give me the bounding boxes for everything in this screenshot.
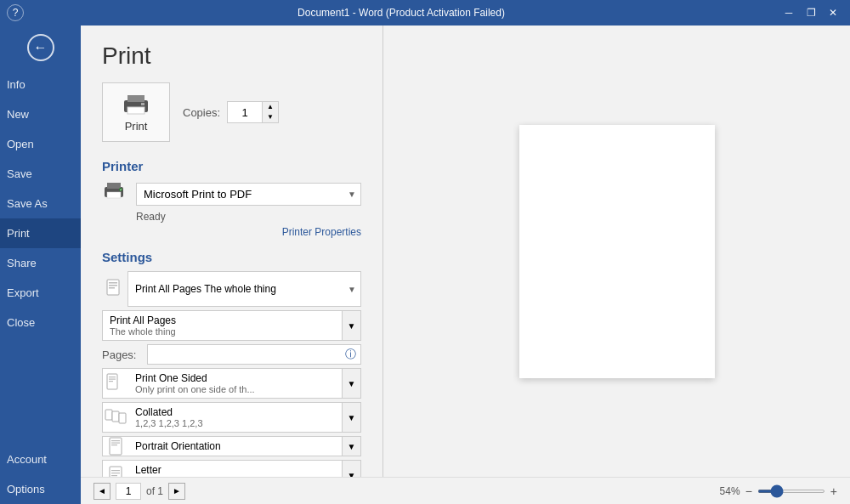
sidebar-item-new[interactable]: New [0, 99, 81, 129]
back-icon: ← [27, 34, 54, 61]
svg-rect-26 [111, 475, 117, 476]
svg-rect-1 [128, 95, 144, 102]
orientation-icon [109, 437, 122, 456]
paper-dropdown-btn[interactable]: ▼ [342, 461, 360, 477]
print-button-area: Print Copies: ▲ ▼ [102, 82, 361, 142]
sides-icon [106, 373, 125, 394]
sidebar-item-print[interactable]: Print [0, 218, 81, 248]
minimize-button[interactable]: ─ [779, 3, 799, 23]
svg-rect-2 [128, 107, 144, 114]
orientation-dropdown-btn[interactable]: ▼ [342, 437, 360, 456]
setting-row-print-range: Print All Pages The whole thing ▼ [102, 271, 361, 307]
paper-icon [109, 466, 122, 477]
svg-rect-6 [107, 192, 121, 198]
svg-rect-16 [105, 410, 112, 420]
copies-decrement[interactable]: ▼ [263, 112, 278, 122]
sidebar-item-save-as[interactable]: Save As [0, 189, 81, 218]
svg-rect-9 [109, 282, 117, 284]
printer-status: Ready [136, 211, 361, 223]
pages-info-icon[interactable]: ⓘ [345, 347, 356, 362]
svg-rect-22 [111, 445, 117, 445]
svg-rect-14 [109, 379, 116, 380]
close-window-button[interactable]: ✕ [823, 3, 843, 23]
svg-rect-13 [109, 377, 116, 377]
prev-page-button[interactable]: ◄ [94, 483, 110, 500]
next-page-button[interactable]: ► [168, 483, 185, 500]
collate-line1: Collated [135, 406, 335, 418]
printer-properties-link[interactable]: Printer Properties [102, 226, 361, 238]
paper-dropdown[interactable]: Letter 21,59 cm x 27,94 cm ▼ [102, 460, 361, 477]
sidebar-item-open[interactable]: Open [0, 129, 81, 159]
printer-row: Microsoft Print to PDF ▼ [102, 180, 361, 207]
preview-area [383, 25, 850, 477]
print-button[interactable]: Print [102, 82, 170, 142]
orientation-dropdown[interactable]: Portrait Orientation ▼ [102, 436, 361, 456]
paper-line2: 21,59 cm x 27,94 cm [135, 476, 335, 477]
copies-input-wrap: ▲ ▼ [227, 101, 279, 123]
sides-line2: Only print on one side of th... [135, 384, 335, 394]
svg-rect-17 [112, 411, 119, 422]
collate-dropdown-btn[interactable]: ▼ [342, 403, 360, 432]
printer-select-wrap: Microsoft Print to PDF ▼ [136, 183, 361, 206]
sidebar-item-info[interactable]: Info [0, 70, 81, 99]
svg-rect-5 [107, 183, 121, 189]
print-range-select-wrap: Print All Pages The whole thing ▼ [128, 271, 361, 307]
pages-label: Pages: [102, 348, 140, 361]
page-preview [519, 125, 715, 378]
copies-area: Copies: ▲ ▼ [183, 101, 279, 123]
printer-icon-wrap [102, 180, 129, 207]
zoom-area: 54% − + [720, 484, 837, 498]
sides-line1: Print One Sided [135, 372, 335, 384]
help-button[interactable]: ? [7, 4, 24, 21]
zoom-slider[interactable] [757, 490, 825, 493]
sidebar-item-account[interactable]: Account [0, 445, 81, 474]
print-range-dropdown[interactable]: Print All Pages The whole thing ▼ [102, 310, 361, 341]
page-number-input[interactable] [116, 483, 141, 500]
copies-increment[interactable]: ▲ [263, 102, 278, 112]
pages-input[interactable] [147, 344, 361, 365]
svg-rect-24 [111, 470, 120, 471]
collate-icon [105, 407, 127, 428]
collate-line2: 1,2,3 1,2,3 1,2,3 [135, 418, 335, 428]
main-area: ← Info New Open Save Save As Print Share… [0, 25, 850, 504]
svg-rect-18 [119, 413, 126, 423]
sidebar-item-save[interactable]: Save [0, 159, 81, 189]
print-range-select[interactable]: Print All Pages The whole thing [128, 271, 361, 307]
content-area: Print Print Copies: [81, 25, 850, 504]
settings-panel: Print Print Copies: [81, 25, 382, 477]
restore-button[interactable]: ❐ [801, 3, 821, 23]
sidebar-item-share[interactable]: Share [0, 248, 81, 278]
collate-dropdown[interactable]: Collated 1,2,3 1,2,3 1,2,3 ▼ [102, 402, 361, 433]
print-button-label: Print [125, 120, 148, 133]
sidebar-item-export[interactable]: Export [0, 278, 81, 308]
titlebar: ? Document1 - Word (Product Activation F… [0, 0, 850, 25]
paper-line1: Letter [135, 464, 335, 476]
print-range-dropdown-btn[interactable]: ▼ [342, 311, 360, 340]
titlebar-icon-area: ? [7, 4, 24, 21]
page-of-label: of 1 [146, 485, 163, 497]
sidebar-item-options[interactable]: Options [0, 474, 81, 504]
printer-icon [121, 93, 151, 116]
settings-section-header: Settings [102, 250, 361, 264]
page-title: Print [102, 42, 361, 70]
printer-select[interactable]: Microsoft Print to PDF [136, 183, 361, 206]
back-button[interactable]: ← [0, 25, 81, 70]
sidebar-item-close[interactable]: Close [0, 308, 81, 337]
orientation-line1: Portrait Orientation [135, 440, 335, 452]
printer-small-icon [102, 180, 126, 204]
copies-spinners: ▲ ▼ [262, 102, 278, 122]
sides-dropdown[interactable]: Print One Sided Only print on one side o… [102, 368, 361, 399]
svg-rect-10 [109, 285, 117, 286]
svg-rect-11 [109, 287, 115, 289]
zoom-in-button[interactable]: + [830, 484, 837, 498]
sides-dropdown-btn[interactable]: ▼ [342, 369, 360, 398]
print-panel: Print Print Copies: [81, 25, 850, 477]
page-navigation: ◄ of 1 ► [94, 483, 185, 500]
zoom-out-button[interactable]: − [745, 484, 752, 498]
printer-section-header: Printer [102, 159, 361, 173]
copies-input[interactable] [228, 102, 262, 122]
svg-rect-20 [111, 440, 120, 441]
bottom-bar: ◄ of 1 ► 54% − + [81, 477, 850, 504]
print-range-line1: Print All Pages [110, 314, 335, 326]
sidebar: ← Info New Open Save Save As Print Share… [0, 25, 81, 504]
